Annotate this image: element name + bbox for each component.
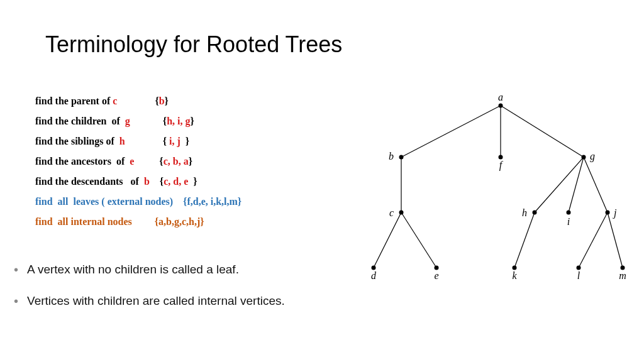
node-k: k xyxy=(512,270,517,281)
node-d: d xyxy=(371,270,377,281)
svg-line-4 xyxy=(374,212,401,268)
node-l: l xyxy=(577,270,580,281)
svg-point-13 xyxy=(399,155,404,160)
svg-point-22 xyxy=(513,266,517,270)
row-descendants: find the descendants of b {c, d, e } xyxy=(35,176,337,187)
node-m: m xyxy=(619,270,626,281)
svg-point-17 xyxy=(533,211,537,215)
node-c: c xyxy=(389,207,394,218)
svg-point-12 xyxy=(499,104,503,108)
page-title: Terminology for Rooted Trees xyxy=(45,31,342,58)
svg-point-23 xyxy=(577,266,581,270)
node-j: j xyxy=(613,207,617,219)
node-b: b xyxy=(389,151,394,162)
row-siblings: find the siblings of h { i, j } xyxy=(35,136,337,147)
bullet-internal-def: • Vertices with children are called inte… xyxy=(14,294,341,308)
node-e: e xyxy=(434,270,438,281)
node-f: f xyxy=(499,160,504,171)
node-i: i xyxy=(567,216,570,227)
svg-line-10 xyxy=(579,212,608,268)
svg-point-20 xyxy=(372,266,376,270)
bullet-dot-icon: • xyxy=(14,263,18,277)
svg-point-19 xyxy=(606,211,610,215)
node-g: g xyxy=(590,151,595,162)
svg-line-8 xyxy=(584,157,608,212)
svg-point-24 xyxy=(621,266,625,270)
svg-point-18 xyxy=(567,211,571,215)
bullet-text: Vertices with children are called intern… xyxy=(27,294,285,308)
tree-diagram: a b f g c h i j d e k l m xyxy=(351,88,628,289)
svg-line-11 xyxy=(608,212,623,268)
svg-line-9 xyxy=(514,212,535,268)
row-children: find the children of g {h, i, g} xyxy=(35,116,337,127)
row-leaves: find all leaves ( external nodes) {f,d,e… xyxy=(35,196,337,207)
row-parent: find the parent of c {b} xyxy=(35,96,337,107)
svg-point-21 xyxy=(435,266,439,270)
question-list: find the parent of c {b} find the childr… xyxy=(35,96,337,236)
node-h: h xyxy=(522,207,527,218)
svg-point-15 xyxy=(582,155,586,160)
svg-point-16 xyxy=(399,211,404,215)
bullet-leaf-def: • A vertex with no children is called a … xyxy=(14,263,341,277)
node-a: a xyxy=(498,92,503,102)
bullet-list: • A vertex with no children is called a … xyxy=(14,263,341,326)
svg-line-5 xyxy=(401,212,436,268)
svg-point-14 xyxy=(499,155,503,160)
bullet-dot-icon: • xyxy=(14,294,18,308)
row-internal: find all internal nodes {a,b,g,c,h,j} xyxy=(35,216,337,228)
svg-line-2 xyxy=(501,106,584,157)
row-ancestors: find the ancestors of e {c, b, a} xyxy=(35,156,337,167)
svg-line-0 xyxy=(401,106,501,157)
bullet-text: A vertex with no children is called a le… xyxy=(27,263,239,277)
